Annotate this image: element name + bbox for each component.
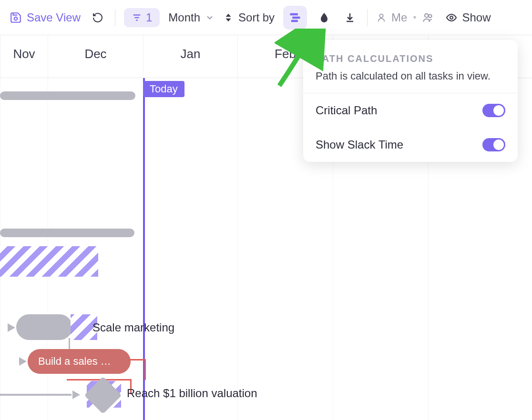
me-label: Me bbox=[391, 11, 407, 24]
summary-bar-2[interactable] bbox=[0, 229, 134, 237]
filter-count: 1 bbox=[146, 11, 152, 24]
save-view-button[interactable]: Save View bbox=[10, 11, 81, 24]
slack-time-label: Show Slack Time bbox=[316, 138, 403, 151]
eye-icon bbox=[446, 12, 457, 23]
zoom-label: Month bbox=[168, 11, 200, 24]
slack-bar-1[interactable] bbox=[0, 246, 98, 277]
critical-path-label: Critical Path bbox=[316, 104, 377, 117]
month-label: Jan bbox=[143, 47, 237, 61]
filter-button[interactable]: 1 bbox=[124, 8, 160, 27]
person-icon bbox=[376, 12, 387, 23]
critical-path-line-1 bbox=[130, 359, 146, 380]
svg-marker-5 bbox=[226, 18, 231, 21]
svg-point-12 bbox=[429, 14, 432, 18]
dependency-arrow-3 bbox=[72, 390, 80, 399]
month-column: Dec bbox=[48, 35, 143, 78]
summary-bar-1[interactable] bbox=[0, 91, 135, 100]
chevron-down-icon bbox=[205, 13, 215, 22]
zoom-level-dropdown[interactable]: Month bbox=[168, 11, 215, 24]
path-calculations-button[interactable] bbox=[283, 6, 307, 30]
color-button[interactable] bbox=[316, 9, 333, 26]
svg-rect-6 bbox=[290, 13, 298, 15]
download-icon bbox=[344, 12, 356, 23]
task-label-build-sales: Build a sales … bbox=[38, 355, 111, 368]
droplet-icon bbox=[318, 12, 330, 23]
critical-path-row: Critical Path bbox=[303, 93, 518, 128]
task-bar-scale-marketing[interactable] bbox=[16, 314, 72, 340]
autosave-refresh-button[interactable] bbox=[89, 9, 106, 26]
people-icon bbox=[422, 11, 434, 24]
slack-time-toggle[interactable] bbox=[482, 138, 505, 151]
sort-button[interactable]: Sort by bbox=[223, 11, 275, 24]
today-badge: Today bbox=[143, 81, 184, 97]
show-label: Show bbox=[462, 11, 491, 24]
gantt-icon bbox=[288, 11, 302, 24]
svg-marker-4 bbox=[226, 13, 231, 16]
month-label: Dec bbox=[48, 47, 143, 61]
svg-point-0 bbox=[14, 17, 18, 20]
me-filter-button[interactable]: Me bbox=[376, 11, 407, 24]
svg-rect-8 bbox=[291, 20, 298, 22]
svg-rect-7 bbox=[292, 16, 300, 19]
svg-point-13 bbox=[450, 16, 453, 19]
refresh-icon bbox=[92, 12, 103, 23]
toolbar: Save View 1 Month Sort by bbox=[0, 0, 532, 35]
month-label: Nov bbox=[0, 47, 48, 61]
assignees-button[interactable] bbox=[422, 11, 434, 24]
dependency-arrow-1 bbox=[8, 323, 15, 332]
svg-point-10 bbox=[379, 14, 383, 17]
download-button[interactable] bbox=[341, 9, 358, 26]
slack-time-row: Show Slack Time bbox=[303, 128, 518, 162]
save-view-label: Save View bbox=[27, 11, 81, 24]
sort-label: Sort by bbox=[238, 11, 275, 24]
sort-icon bbox=[223, 12, 234, 23]
dependency-line-2 bbox=[0, 394, 72, 396]
dot-separator: • bbox=[413, 12, 416, 23]
path-calculations-popup: PATH CALCULATIONS Path is calculated on … bbox=[303, 40, 518, 162]
svg-point-11 bbox=[425, 13, 429, 17]
show-button[interactable]: Show bbox=[446, 11, 491, 24]
popup-subtitle: Path is calculated on all tasks in view. bbox=[316, 70, 505, 82]
divider bbox=[115, 9, 115, 26]
save-icon bbox=[10, 11, 22, 24]
grid-column bbox=[143, 78, 237, 420]
filter-icon bbox=[132, 12, 142, 23]
divider bbox=[367, 9, 368, 26]
critical-path-toggle[interactable] bbox=[482, 104, 505, 117]
task-label-scale-marketing: Scale marketing bbox=[92, 321, 174, 334]
dependency-arrow-2 bbox=[19, 357, 27, 366]
task-bar-build-sales[interactable]: Build a sales … bbox=[28, 349, 131, 374]
month-column: Nov bbox=[0, 35, 48, 78]
popup-title: PATH CALCULATIONS bbox=[316, 53, 505, 64]
task-label-reach-valuation: Reach $1 billion valuation bbox=[127, 387, 257, 400]
month-column: Jan bbox=[143, 35, 237, 78]
